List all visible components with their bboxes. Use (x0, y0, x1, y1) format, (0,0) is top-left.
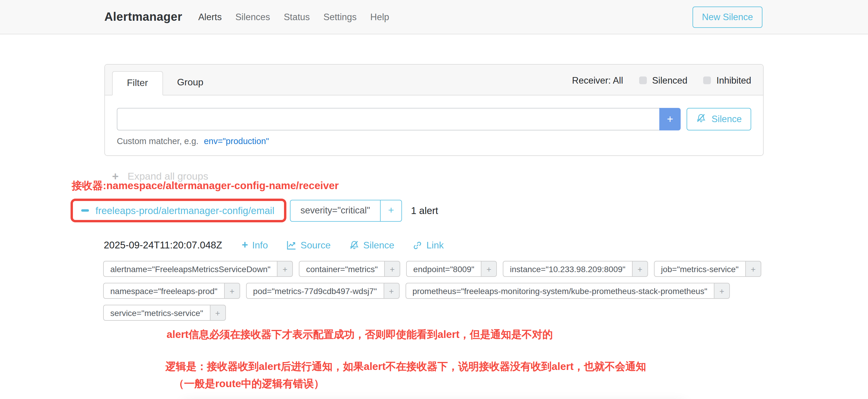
receiver-filter-label[interactable]: Receiver: All (572, 75, 623, 86)
alert-label-service[interactable]: service="metrics-service" + (103, 305, 226, 321)
label-text[interactable]: instance="10.233.98.209:8009" (503, 261, 632, 277)
matcher-input[interactable] (117, 108, 659, 130)
filter-card-header: Filter Group Receiver: All Silenced Inhi… (105, 65, 763, 95)
info-button-label: Info (252, 240, 268, 250)
nav-links: Alerts Silences Status Settings Help (198, 11, 389, 22)
alert-label-job[interactable]: job="metrics-service" + (654, 261, 761, 277)
annotation-line-1: alert信息必须在接收器下才表示配置成功，否则即使能看到alert，但是通知是… (166, 327, 868, 341)
label-text[interactable]: container="metrics" (299, 261, 385, 277)
plus-icon[interactable]: + (481, 261, 497, 277)
group-matcher-label[interactable]: severity="critical" (290, 200, 380, 221)
top-navbar: Alertmanager Alerts Silences Status Sett… (0, 0, 868, 34)
matcher-example-link[interactable]: env="production" (204, 136, 269, 146)
filter-card-body: + Silence Custom matcher, e.g.env="produ… (105, 95, 763, 155)
alert-label-endpoint[interactable]: endpoint="8009" + (406, 261, 497, 277)
nav-item-silences[interactable]: Silences (236, 11, 270, 22)
inhibited-checkbox[interactable]: Inhibited (704, 75, 751, 86)
label-text[interactable]: prometheus="freeleaps-monitoring-system/… (405, 283, 714, 299)
label-text[interactable]: endpoint="8009" (406, 261, 482, 277)
receiver-group-label: freeleaps-prod/alertmanager-config/email (95, 205, 275, 216)
bell-slash-icon (349, 240, 359, 250)
label-text[interactable]: service="metrics-service" (103, 305, 210, 321)
link-icon (413, 240, 422, 250)
helper-prefix: Custom matcher, e.g. (117, 136, 198, 146)
plus-icon[interactable]: + (384, 261, 400, 277)
alert-label-pod[interactable]: pod="metrics-77d9cdb497-wdsj7" + (246, 283, 400, 299)
tab-group[interactable]: Group (163, 71, 218, 95)
silence-alert-button[interactable]: Silence (349, 239, 394, 251)
alert-label-container[interactable]: container="metrics" + (299, 261, 400, 277)
label-text[interactable]: pod="metrics-77d9cdb497-wdsj7" (246, 283, 384, 299)
label-text[interactable]: alertname="FreeleapsMetricsServiceDown" (103, 261, 277, 277)
plus-icon[interactable]: + (210, 305, 226, 321)
matcher-helper-text: Custom matcher, e.g.env="production" (117, 136, 751, 146)
receiver-group-button[interactable]: freeleaps-prod/alertmanager-config/email (73, 205, 284, 216)
checkbox-icon[interactable] (704, 76, 711, 84)
alertmanager-page: Alertmanager Alerts Silences Status Sett… (0, 0, 868, 399)
group-matcher-add-button[interactable]: + (380, 200, 402, 221)
alert-label-namespace[interactable]: namespace="freeleaps-prod" + (103, 283, 240, 299)
label-text[interactable]: job="metrics-service" (654, 261, 746, 277)
silenced-checkbox[interactable]: Silenced (639, 75, 687, 86)
source-link-label: Source (301, 240, 331, 250)
label-text[interactable]: namespace="freeleaps-prod" (103, 283, 225, 299)
annotation-highlight-box: freeleaps-prod/alertmanager-config/email (70, 198, 286, 222)
add-matcher-button[interactable]: + (659, 108, 681, 130)
alert-group-row: freeleaps-prod/alertmanager-config/email… (70, 198, 868, 222)
plus-icon[interactable]: + (224, 283, 240, 299)
silenced-checkbox-label: Silenced (652, 75, 687, 86)
info-button[interactable]: + Info (242, 239, 268, 251)
app-title: Alertmanager (104, 10, 182, 24)
bell-slash-icon (696, 113, 706, 125)
alert-label-prometheus[interactable]: prometheus="freeleaps-monitoring-system/… (405, 283, 730, 299)
annotation-line-2: 逻辑是：接收器收到alert后进行通知，如果alert不在接收器下，说明接收器没… (165, 359, 868, 373)
plus-icon: + (388, 205, 394, 216)
source-link[interactable]: Source (286, 239, 331, 251)
silence-alert-button-label: Silence (363, 240, 394, 250)
filter-card: Filter Group Receiver: All Silenced Inhi… (104, 64, 764, 156)
nav-item-help[interactable]: Help (370, 11, 389, 22)
chart-line-icon (286, 240, 297, 250)
plus-icon: + (242, 239, 248, 251)
new-silence-button[interactable]: New Silence (692, 6, 763, 28)
plus-icon[interactable]: + (632, 261, 648, 277)
nav-item-alerts[interactable]: Alerts (198, 11, 222, 22)
nav-item-status[interactable]: Status (284, 11, 310, 22)
checkbox-icon[interactable] (639, 76, 647, 84)
alert-labels: alertname="FreeleapsMetricsServiceDown" … (103, 261, 765, 321)
alert-label-instance[interactable]: instance="10.233.98.209:8009" + (503, 261, 648, 277)
generator-link[interactable]: Link (413, 239, 444, 251)
group-matcher: severity="critical" + (290, 200, 402, 221)
annotation-line-3: （一般是route中的逻辑有错误） (174, 376, 868, 391)
inhibited-checkbox-label: Inhibited (716, 75, 751, 86)
generator-link-label: Link (426, 240, 444, 250)
minus-icon (81, 209, 89, 212)
alert-count: 1 alert (411, 205, 438, 216)
nav-item-settings[interactable]: Settings (323, 11, 356, 22)
plus-icon[interactable]: + (277, 261, 293, 277)
silence-from-filter-button[interactable]: Silence (687, 108, 751, 130)
plus-icon[interactable]: + (714, 283, 730, 299)
plus-icon[interactable]: + (383, 283, 399, 299)
alert-header: 2025-09-24T11:20:07.048Z + Info Source (104, 239, 868, 251)
tab-filter[interactable]: Filter (112, 71, 163, 95)
alert-label-alertname[interactable]: alertname="FreeleapsMetricsServiceDown" … (103, 261, 293, 277)
alert-timestamp: 2025-09-24T11:20:07.048Z (104, 240, 222, 251)
plus-icon[interactable]: + (745, 261, 761, 277)
annotation-receiver-path: 接收器:namespace/altermanager-config-name/r… (72, 179, 868, 193)
plus-icon: + (667, 113, 673, 125)
silence-button-label: Silence (711, 114, 742, 124)
